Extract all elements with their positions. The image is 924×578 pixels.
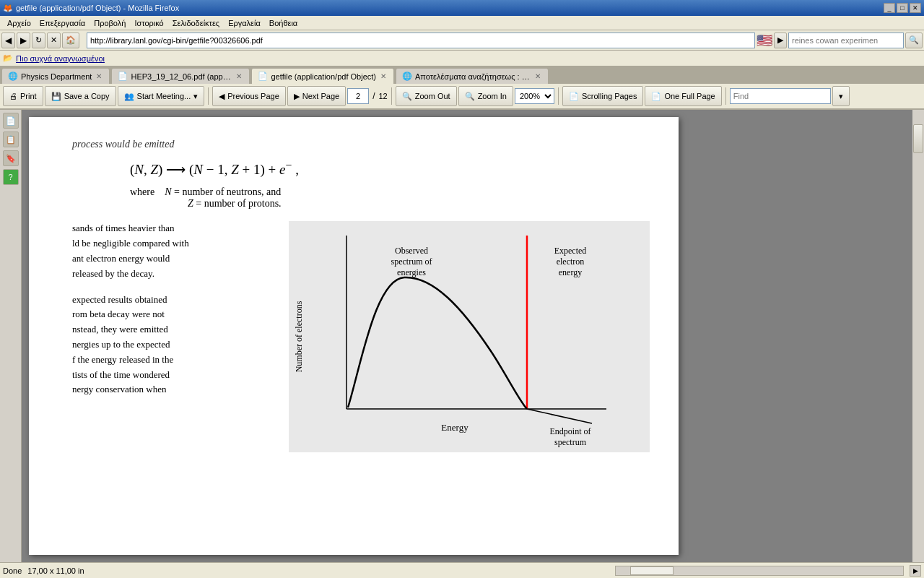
page-dimensions: 17,00 x 11,00 in — [27, 566, 84, 575]
tab-close-hep3[interactable]: ✕ — [235, 72, 243, 80]
separator2 — [391, 87, 392, 105]
svg-rect-0 — [289, 221, 650, 452]
tab-close-results[interactable]: ✕ — [533, 72, 542, 80]
svg-text:spectrum of: spectrum of — [391, 256, 432, 267]
svg-text:energies: energies — [397, 267, 426, 277]
y-axis-label: Number of electrons — [294, 301, 304, 373]
pdf-where-block: where N = number of neutrons, and Z = nu… — [130, 186, 650, 210]
find-dropdown-button[interactable]: ▾ — [832, 86, 850, 106]
sidebar-button-2[interactable]: 📋 — [3, 131, 19, 147]
menu-help[interactable]: Βοήθεια — [265, 17, 302, 29]
title-bar: 🦊 getfile (application/pdf Object) - Moz… — [0, 0, 924, 16]
window-controls[interactable]: _ □ ✕ — [884, 3, 921, 13]
scrolling-icon: 📄 — [569, 92, 579, 101]
svg-text:spectrum: spectrum — [554, 437, 587, 447]
zoom-select[interactable]: 200% 150% 100% 75% — [515, 88, 554, 104]
minimize-button[interactable]: _ — [884, 3, 895, 13]
status-bar: Done 17,00 x 11,00 in ▶ — [0, 562, 924, 578]
next-icon: ▶ — [294, 92, 300, 101]
sidebar-button-info[interactable]: ? — [3, 169, 19, 185]
total-pages: 12 — [378, 92, 387, 100]
pdf-body: sands of times heavier than ld be neglig… — [72, 221, 650, 455]
menu-file[interactable]: Αρχείο — [3, 17, 35, 29]
bookmarks-icon: 📂 — [3, 53, 13, 63]
search-button[interactable]: 🔍 — [905, 33, 923, 48]
scrolling-pages-button[interactable]: 📄 Scrolling Pages — [562, 86, 643, 106]
pdf-toolbar: 🖨 Print 💾 Save a Copy 👥 Start Meeting...… — [0, 84, 924, 110]
tab-hep3[interactable]: 📄 HEP3_19_12_06.pdf (application/pdf Obj… — [111, 68, 250, 84]
menu-bookmarks[interactable]: Σελιδοδείκτες — [168, 17, 224, 29]
tab-close-getfile[interactable]: ✕ — [379, 72, 388, 80]
tab-icon: 🌐 — [402, 72, 412, 81]
menu-history[interactable]: Ιστορικό — [130, 17, 167, 29]
flag-icon: 🇺🇸 — [757, 33, 772, 48]
back-button[interactable]: ◀ — [1, 33, 15, 48]
sidebar-button-3[interactable]: 🔖 — [3, 150, 19, 166]
forward-button[interactable]: ▶ — [17, 33, 30, 48]
reload-button[interactable]: ↻ — [32, 33, 45, 48]
horizontal-scrollbar[interactable] — [615, 566, 904, 576]
one-page-icon: 📄 — [651, 92, 661, 101]
pdf-chart-area: Number of electrons Energy Observed spec… — [289, 221, 650, 455]
pdf-formula: (N, Z) ⟶ (N − 1, Z + 1) + e− , — [130, 159, 650, 178]
zoom-out-icon: 🔍 — [402, 92, 412, 101]
scroll-right-button[interactable]: ▶ — [910, 565, 921, 577]
bookmarks-item[interactable]: Πιο συχνά αναγνωσμένοι — [16, 54, 105, 63]
save-copy-button[interactable]: 💾 Save a Copy — [45, 86, 116, 106]
search-input[interactable] — [788, 33, 904, 48]
svg-text:Observed: Observed — [395, 246, 428, 256]
pdf-left-text: sands of times heavier than ld be neglig… — [72, 221, 274, 455]
stop-button[interactable]: ✕ — [47, 33, 61, 48]
tab-getfile[interactable]: 📄 getfile (application/pdf Object) ✕ — [251, 68, 394, 84]
prev-page-button[interactable]: ◀ Previous Page — [212, 86, 286, 106]
tab-physics[interactable]: 🌐 Physics Department ✕ — [1, 68, 110, 84]
find-input[interactable] — [730, 88, 831, 104]
print-icon: 🖨 — [9, 92, 17, 100]
one-full-page-button[interactable]: 📄 One Full Page — [645, 86, 721, 106]
pdf-content-area[interactable]: process would be emitted (N, Z) ⟶ (N − 1… — [22, 110, 912, 562]
tab-close-physics[interactable]: ✕ — [95, 72, 103, 80]
menu-view[interactable]: Προβολή — [90, 17, 130, 29]
bookmarks-bar: 📂 Πιο συχνά αναγνωσμένοι — [0, 51, 924, 66]
main-content: 📄 📋 🔖 ? process would be emitted (N, Z) … — [0, 110, 924, 562]
pdf-top-text: process would be emitted — [72, 139, 650, 150]
status-text: Done — [3, 566, 22, 575]
page-separator: / — [370, 91, 377, 101]
tab-icon: 🌐 — [8, 72, 18, 81]
maximize-button[interactable]: □ — [897, 3, 908, 13]
sidebar-button-1[interactable]: 📄 — [3, 113, 19, 129]
separator3 — [558, 87, 559, 105]
h-scroll-thumb[interactable] — [630, 566, 674, 575]
url-bar[interactable] — [87, 33, 755, 48]
zoom-in-icon: 🔍 — [465, 92, 475, 101]
go-button[interactable]: ▶ — [774, 33, 787, 48]
page-number-input[interactable] — [347, 88, 369, 104]
pdf-page: process would be emitted (N, Z) ⟶ (N − 1… — [29, 117, 679, 555]
zoom-out-button[interactable]: 🔍 Zoom Out — [396, 86, 457, 106]
zoom-in-button[interactable]: 🔍 Zoom In — [458, 86, 513, 106]
home-button[interactable]: 🏠 — [62, 33, 79, 48]
tab-results[interactable]: 🌐 Αποτελέσματα αναζήτησεως : bound neut.… — [396, 68, 549, 84]
menu-tools[interactable]: Εργαλεία — [224, 17, 265, 29]
navigation-bar: ◀ ▶ ↻ ✕ 🏠 🇺🇸 ▶ 🔍 — [0, 30, 924, 51]
separator — [208, 87, 209, 105]
tab-icon-active: 📄 — [258, 72, 268, 81]
separator4 — [725, 87, 726, 105]
x-axis-label: Energy — [441, 422, 468, 433]
next-page-button[interactable]: ▶ Next Page — [287, 86, 346, 106]
right-scrollbar[interactable] — [912, 110, 924, 562]
beta-decay-chart: Number of electrons Energy Observed spec… — [289, 221, 650, 452]
print-button[interactable]: 🖨 Print — [3, 86, 43, 106]
start-meeting-button[interactable]: 👥 Start Meeting... ▾ — [118, 86, 205, 106]
svg-text:energy: energy — [559, 267, 582, 277]
tab-bar: 🌐 Physics Department ✕ 📄 HEP3_19_12_06.p… — [0, 66, 924, 84]
meeting-icon: 👥 — [124, 92, 134, 101]
svg-text:Expected: Expected — [554, 246, 587, 256]
scrollbar-thumb[interactable] — [913, 124, 923, 153]
tab-icon: 📄 — [118, 72, 128, 81]
left-sidebar: 📄 📋 🔖 ? — [0, 110, 22, 562]
close-button[interactable]: ✕ — [910, 3, 921, 13]
menu-edit[interactable]: Επεξεργασία — [35, 17, 90, 29]
window-title: 🦊 getfile (application/pdf Object) - Moz… — [3, 4, 179, 13]
prev-icon: ◀ — [219, 92, 225, 101]
